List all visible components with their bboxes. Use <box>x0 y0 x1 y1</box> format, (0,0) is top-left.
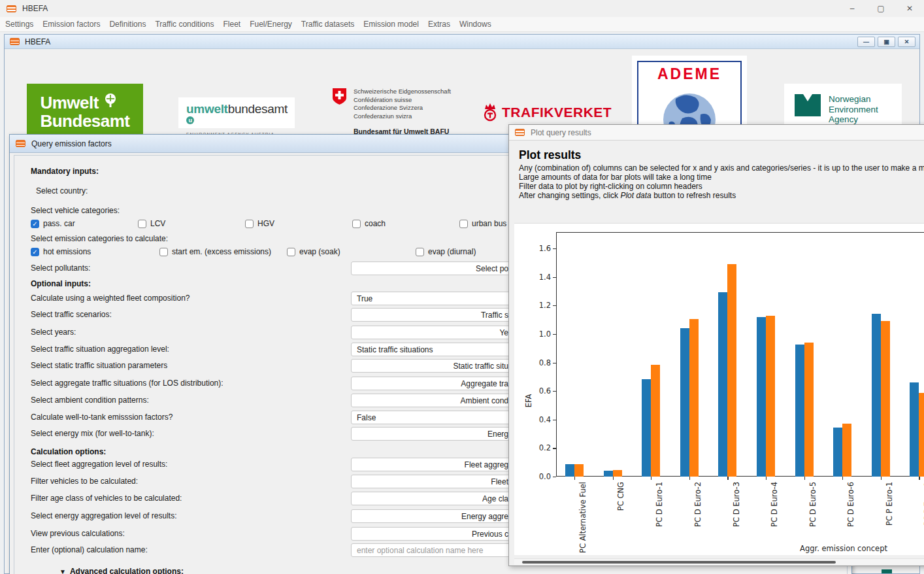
scrollbar-thumb[interactable] <box>522 561 836 564</box>
dropdown-value: Static traffic situations <box>357 345 433 354</box>
checkbox-box-coach[interactable] <box>352 220 361 228</box>
bar-pc-d-euro-1-series-orange[interactable] <box>651 365 660 477</box>
mdi-titlebar: HBEFA — ▣ ✕ <box>5 35 919 49</box>
bar-pc-p-euro-1-series-orange[interactable] <box>881 321 890 477</box>
checkbox-box-lcv[interactable] <box>138 220 146 228</box>
field-label-select-fleet-aggregation-level-of-results: Select fleet aggregation level of result… <box>31 460 167 469</box>
checkbox-box-urban-bus[interactable] <box>459 220 468 228</box>
checkbox-urban-bus[interactable]: urban bus <box>459 219 506 228</box>
y-tick-label: 0.6 <box>539 386 551 396</box>
checkbox-box-hgv[interactable] <box>245 220 254 228</box>
menu-fleet[interactable]: Fleet <box>223 20 247 29</box>
swiss-line: Schweizerische Eidgenossenschaft <box>354 88 451 96</box>
hbefa-plot-icon <box>515 129 525 136</box>
window-controls: – ▢ ✕ <box>838 0 924 17</box>
menu-traffic-datasets[interactable]: Traffic datasets <box>301 20 361 29</box>
hbefa-query-icon <box>16 140 25 147</box>
tree-icon <box>103 93 118 109</box>
plot-info-line-4: After changing settings, click Plot data… <box>519 191 736 200</box>
plot-info-line-3: Filter data to plot by right-clicking on… <box>519 182 702 191</box>
dropdown-value: Age cla <box>482 494 508 503</box>
checkbox-box-evap-soak[interactable] <box>287 248 295 256</box>
bar-pc-d-euro-5-series-orange[interactable] <box>804 343 814 477</box>
mdi-window-controls: — ▣ ✕ <box>857 37 916 47</box>
menu-windows[interactable]: Windows <box>459 20 498 29</box>
bar-pc-d-euro-4-series-blue[interactable] <box>757 317 766 477</box>
menu-extras[interactable]: Extras <box>428 20 457 29</box>
checkbox-box-start-em-excess-emissions[interactable] <box>159 248 168 256</box>
y-tick-mark <box>553 420 556 420</box>
close-button[interactable]: ✕ <box>895 0 924 17</box>
checkbox-hgv[interactable]: HGV <box>245 219 274 228</box>
bar-pc-d-euro-2-series-blue[interactable] <box>680 328 689 477</box>
logo-norwegian-environment-agency: NorwegianEnvironmentAgency <box>784 84 902 126</box>
chart-xlabel: Aggr. emission concept <box>791 544 896 553</box>
y-tick-label: 0.4 <box>539 415 551 424</box>
advanced-options-toggle[interactable]: ▼Advanced calculation options: <box>59 567 184 574</box>
checkbox-pass-car[interactable]: ✓pass. car <box>31 219 75 228</box>
y-tick-label: 0.8 <box>539 358 551 367</box>
x-tick-mark <box>727 477 728 480</box>
field-label-select-years: Select years: <box>31 328 76 337</box>
menu-fuel-energy[interactable]: Fuel/Energy <box>250 20 299 29</box>
bar-pc-d-euro-3-series-blue[interactable] <box>718 292 727 477</box>
field-label-select-traffic-situation-aggregation-level: Select traffic situation aggregation lev… <box>31 345 169 354</box>
checkbox-box-evap-diurnal[interactable] <box>416 248 424 256</box>
dropdown-value: Traffic s <box>481 311 508 320</box>
trafikverket-crown-icon <box>482 103 498 122</box>
bar-pc-alternative-fuel-series-orange[interactable] <box>574 464 584 477</box>
bar-pc-d-euro-3-series-orange[interactable] <box>727 264 736 477</box>
plot-horizontal-scrollbar[interactable] <box>514 558 924 565</box>
menu-traffic-conditions[interactable]: Traffic conditions <box>155 20 220 29</box>
minimize-button[interactable]: – <box>838 0 866 17</box>
menu-emission-model[interactable]: Emission model <box>363 20 425 29</box>
checkbox-box-pass-car[interactable]: ✓ <box>31 220 39 228</box>
field-label-select-aggregate-traffic-situations-for-los-distribution: Select aggregate traffic situations (for… <box>31 379 223 388</box>
query-title: Query emission factors <box>31 139 112 148</box>
bar-pc-d-euro-2-series-orange[interactable] <box>689 319 699 477</box>
bar-pc-d-euro-5-series-blue[interactable] <box>795 345 804 477</box>
bar-pc-p-euro-2-series-orange[interactable] <box>919 393 924 477</box>
field-label-enter-optional-calculation-name: Enter (optional) calculation name: <box>31 545 148 554</box>
maximize-button[interactable]: ▢ <box>866 0 895 17</box>
bar-pc-d-euro-6-series-orange[interactable] <box>842 424 851 477</box>
checkbox-hot-emissions[interactable]: ✓hot emissions <box>31 247 91 256</box>
y-tick-mark <box>553 477 556 477</box>
mdi-close-button[interactable]: ✕ <box>898 37 916 47</box>
checkbox-evap-soak[interactable]: evap (soak) <box>287 247 340 256</box>
plot-info-text: Plot data <box>620 191 651 200</box>
bar-pc-d-euro-1-series-blue[interactable] <box>642 379 651 477</box>
checkbox-box-hot-emissions[interactable]: ✓ <box>31 248 39 256</box>
bar-pc-cng-series-orange[interactable] <box>613 470 622 477</box>
logo-umweltbundesamt-de: Umwelt Bundesamt <box>27 84 143 139</box>
bar-pc-d-euro-4-series-orange[interactable] <box>766 316 775 477</box>
dropdown-value: Ye <box>499 328 508 337</box>
field-label-select-country: Select country: <box>36 186 88 195</box>
checkbox-coach[interactable]: coach <box>352 219 386 228</box>
menu-definitions[interactable]: Definitions <box>109 20 152 29</box>
bar-pc-alternative-fuel-series-blue[interactable] <box>565 464 574 477</box>
x-tick-mark <box>574 477 575 480</box>
menu-emission-factors[interactable]: Emission factors <box>42 20 107 29</box>
checkbox-label-pass-car: pass. car <box>43 219 75 228</box>
field-label-select-ambient-condition-patterns: Select ambient condition patterns: <box>31 396 149 405</box>
bar-pc-p-euro-1-series-blue[interactable] <box>872 314 881 477</box>
advanced-options-label: Advanced calculation options: <box>70 567 184 574</box>
bar-pc-p-euro-2-series-blue[interactable] <box>910 382 919 477</box>
checkbox-lcv[interactable]: LCV <box>138 219 165 228</box>
logo-trafikverket: TRAFIKVERKET <box>482 103 612 122</box>
checkbox-evap-diurnal[interactable]: evap (diurnal) <box>416 247 476 256</box>
bar-pc-cng-series-blue[interactable] <box>604 471 613 477</box>
checkbox-start-em-excess-emissions[interactable]: start em. (excess emissions) <box>159 247 271 256</box>
swiss-line: Confederazione Svizzera <box>354 104 451 112</box>
plot-titlebar[interactable]: Plot query results <box>509 125 924 141</box>
mdi-restore-button[interactable]: ▣ <box>878 37 895 47</box>
uba-at-sup-icon: u <box>186 116 194 124</box>
field-label-select-static-traffic-situation-parameters: Select static traffic situation paramete… <box>31 361 167 370</box>
plot-info-text: After changing settings, click <box>519 191 620 200</box>
uba-de-text: Umwelt Bundesamt <box>40 93 129 130</box>
mdi-minimize-button[interactable]: — <box>857 37 875 47</box>
mdi-title: HBEFA <box>25 37 50 46</box>
menu-settings[interactable]: Settings <box>5 20 40 29</box>
bar-pc-d-euro-6-series-blue[interactable] <box>833 428 842 477</box>
